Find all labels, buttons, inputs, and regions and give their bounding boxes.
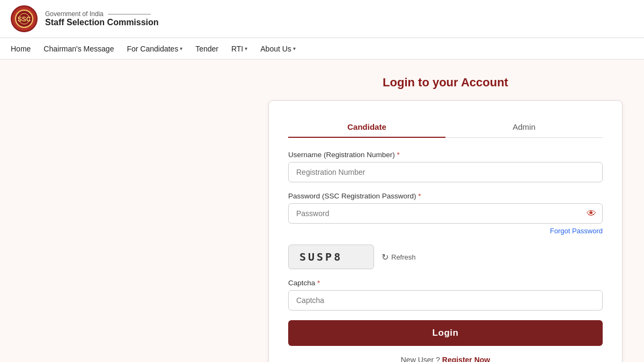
- required-star: *: [397, 151, 400, 159]
- refresh-icon: ↻: [382, 252, 389, 262]
- required-star: *: [418, 192, 421, 200]
- password-field-group: Password (SSC Registration Password) * 👁…: [288, 192, 603, 235]
- nav-about-us[interactable]: About Us ▾: [260, 39, 296, 58]
- login-section: Login to your Account Candidate Admin Us…: [268, 76, 623, 362]
- show-password-icon[interactable]: 👁: [587, 208, 596, 219]
- captcha-input[interactable]: [288, 290, 603, 311]
- required-star: *: [317, 279, 320, 287]
- register-now-link[interactable]: Register Now: [442, 356, 490, 362]
- svg-text:SSC: SSC: [18, 16, 31, 23]
- forgot-password-link[interactable]: Forgot Password: [288, 227, 603, 235]
- username-input[interactable]: [288, 162, 603, 182]
- site-logo: SSC: [11, 5, 38, 32]
- main-content: Login to your Account Candidate Admin Us…: [0, 60, 644, 362]
- username-label: Username (Registration Number) *: [288, 151, 603, 159]
- chevron-down-icon: ▾: [293, 46, 296, 51]
- chevron-down-icon: ▾: [245, 46, 247, 51]
- main-navbar: Home Chairman's Message For Candidates ▾…: [0, 38, 644, 60]
- nav-home[interactable]: Home: [11, 39, 31, 58]
- captcha-row: SUSP8 ↻ Refresh: [288, 245, 603, 269]
- password-wrapper: 👁: [288, 203, 603, 224]
- chevron-down-icon: ▾: [180, 46, 182, 51]
- nav-chairmans-message[interactable]: Chairman's Message: [43, 39, 114, 58]
- site-header: SSC Government of India Staff Selection …: [0, 0, 644, 38]
- captcha-image: SUSP8: [288, 245, 374, 269]
- captcha-field-group: Captcha *: [288, 279, 603, 311]
- header-text: Government of India Staff Selection Comm…: [45, 10, 159, 27]
- login-button[interactable]: Login: [288, 320, 603, 346]
- login-card: Candidate Admin Username (Registration N…: [268, 100, 623, 362]
- nav-rti[interactable]: RTI ▾: [231, 39, 247, 58]
- login-tabs: Candidate Admin: [288, 117, 603, 138]
- nav-tender[interactable]: Tender: [195, 39, 218, 58]
- org-name: Staff Selection Commission: [45, 18, 159, 27]
- captcha-label: Captcha *: [288, 279, 603, 287]
- password-label: Password (SSC Registration Password) *: [288, 192, 603, 200]
- gov-label: Government of India: [45, 10, 159, 18]
- nav-for-candidates[interactable]: For Candidates ▾: [127, 39, 182, 58]
- password-input[interactable]: [288, 203, 603, 224]
- username-field-group: Username (Registration Number) *: [288, 151, 603, 182]
- login-title: Login to your Account: [268, 76, 623, 90]
- tab-candidate[interactable]: Candidate: [288, 117, 445, 138]
- refresh-captcha-button[interactable]: ↻ Refresh: [382, 252, 416, 262]
- register-row: New User ? Register Now: [288, 356, 603, 362]
- tab-admin[interactable]: Admin: [445, 117, 603, 137]
